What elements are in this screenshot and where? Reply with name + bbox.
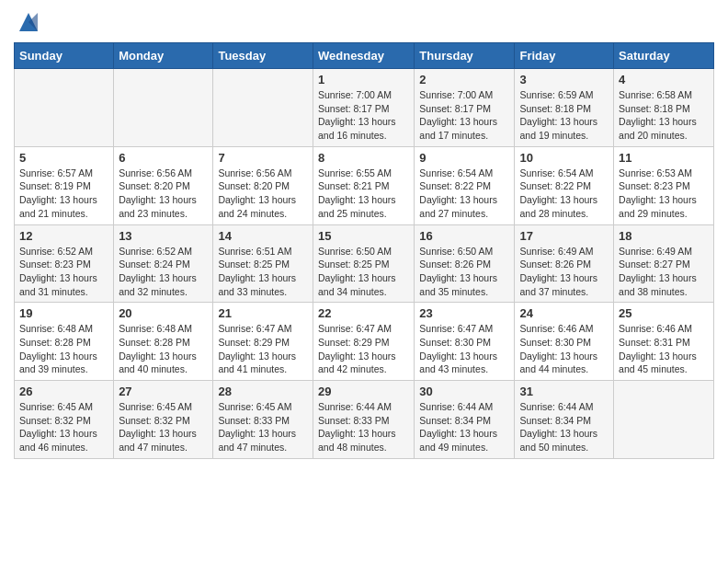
- day-info: Sunrise: 6:49 AM Sunset: 8:26 PM Dayligh…: [519, 245, 609, 299]
- day-info: Sunrise: 6:44 AM Sunset: 8:34 PM Dayligh…: [519, 400, 609, 454]
- day-number: 7: [218, 151, 308, 165]
- day-number: 11: [619, 151, 709, 165]
- day-info: Sunrise: 6:45 AM Sunset: 8:33 PM Dayligh…: [218, 400, 308, 454]
- calendar-cell: 27Sunrise: 6:45 AM Sunset: 8:32 PM Dayli…: [114, 381, 213, 459]
- day-number: 5: [19, 151, 108, 165]
- weekday-header-wednesday: Wednesday: [313, 43, 414, 69]
- weekday-header-saturday: Saturday: [614, 43, 714, 69]
- logo-icon: [16, 9, 41, 35]
- week-row-5: 26Sunrise: 6:45 AM Sunset: 8:32 PM Dayli…: [15, 381, 714, 459]
- day-info: Sunrise: 6:57 AM Sunset: 8:19 PM Dayligh…: [19, 167, 108, 221]
- calendar-cell: 5Sunrise: 6:57 AM Sunset: 8:19 PM Daylig…: [15, 146, 114, 224]
- calendar-cell: 2Sunrise: 7:00 AM Sunset: 8:17 PM Daylig…: [415, 69, 515, 147]
- day-number: 18: [619, 229, 709, 243]
- calendar-cell: 8Sunrise: 6:55 AM Sunset: 8:21 PM Daylig…: [313, 146, 414, 224]
- day-info: Sunrise: 6:49 AM Sunset: 8:27 PM Dayligh…: [619, 245, 709, 299]
- day-number: 20: [119, 306, 208, 320]
- calendar-cell: 18Sunrise: 6:49 AM Sunset: 8:27 PM Dayli…: [614, 224, 714, 303]
- day-info: Sunrise: 6:59 AM Sunset: 8:18 PM Dayligh…: [519, 88, 609, 143]
- calendar-cell: 22Sunrise: 6:47 AM Sunset: 8:29 PM Dayli…: [313, 303, 414, 381]
- day-info: Sunrise: 6:56 AM Sunset: 8:20 PM Dayligh…: [218, 167, 308, 221]
- calendar-cell: 7Sunrise: 6:56 AM Sunset: 8:20 PM Daylig…: [213, 146, 313, 224]
- calendar-cell: 12Sunrise: 6:52 AM Sunset: 8:23 PM Dayli…: [15, 224, 114, 303]
- day-info: Sunrise: 7:00 AM Sunset: 8:17 PM Dayligh…: [419, 88, 509, 143]
- day-info: Sunrise: 6:48 AM Sunset: 8:28 PM Dayligh…: [19, 322, 108, 376]
- calendar-cell: 29Sunrise: 6:44 AM Sunset: 8:33 PM Dayli…: [313, 381, 414, 459]
- day-number: 24: [519, 306, 609, 320]
- day-number: 16: [419, 229, 509, 243]
- page: SundayMondayTuesdayWednesdayThursdayFrid…: [0, 0, 728, 473]
- week-row-3: 12Sunrise: 6:52 AM Sunset: 8:23 PM Dayli…: [15, 224, 714, 303]
- weekday-header-friday: Friday: [515, 43, 614, 69]
- day-number: 8: [318, 151, 409, 165]
- day-number: 17: [519, 229, 609, 243]
- calendar-cell: 14Sunrise: 6:51 AM Sunset: 8:25 PM Dayli…: [213, 224, 313, 303]
- day-number: 3: [519, 73, 609, 86]
- day-info: Sunrise: 6:47 AM Sunset: 8:29 PM Dayligh…: [218, 322, 308, 376]
- day-info: Sunrise: 6:52 AM Sunset: 8:23 PM Dayligh…: [19, 245, 108, 299]
- weekday-header-sunday: Sunday: [15, 43, 114, 69]
- calendar: SundayMondayTuesdayWednesdayThursdayFrid…: [14, 42, 714, 459]
- day-info: Sunrise: 6:46 AM Sunset: 8:31 PM Dayligh…: [619, 322, 709, 376]
- calendar-cell: 25Sunrise: 6:46 AM Sunset: 8:31 PM Dayli…: [614, 303, 714, 381]
- day-number: 15: [318, 229, 409, 243]
- calendar-cell: 1Sunrise: 7:00 AM Sunset: 8:17 PM Daylig…: [313, 69, 414, 147]
- calendar-cell: [213, 69, 313, 147]
- day-info: Sunrise: 6:55 AM Sunset: 8:21 PM Dayligh…: [318, 167, 409, 221]
- calendar-cell: [114, 69, 213, 147]
- calendar-cell: [614, 381, 714, 459]
- calendar-cell: 9Sunrise: 6:54 AM Sunset: 8:22 PM Daylig…: [415, 146, 515, 224]
- weekday-header-monday: Monday: [114, 43, 213, 69]
- day-info: Sunrise: 6:58 AM Sunset: 8:18 PM Dayligh…: [619, 88, 709, 143]
- day-number: 29: [318, 385, 409, 398]
- day-info: Sunrise: 6:53 AM Sunset: 8:23 PM Dayligh…: [619, 167, 709, 221]
- day-info: Sunrise: 6:45 AM Sunset: 8:32 PM Dayligh…: [19, 400, 108, 454]
- calendar-cell: 10Sunrise: 6:54 AM Sunset: 8:22 PM Dayli…: [515, 146, 614, 224]
- logo: [14, 9, 41, 35]
- day-info: Sunrise: 6:44 AM Sunset: 8:34 PM Dayligh…: [419, 400, 509, 454]
- week-row-4: 19Sunrise: 6:48 AM Sunset: 8:28 PM Dayli…: [15, 303, 714, 381]
- day-number: 22: [318, 306, 409, 320]
- day-number: 19: [19, 306, 108, 320]
- day-number: 13: [119, 229, 208, 243]
- week-row-2: 5Sunrise: 6:57 AM Sunset: 8:19 PM Daylig…: [15, 146, 714, 224]
- day-info: Sunrise: 6:52 AM Sunset: 8:24 PM Dayligh…: [119, 245, 208, 299]
- weekday-header-tuesday: Tuesday: [213, 43, 313, 69]
- calendar-cell: 20Sunrise: 6:48 AM Sunset: 8:28 PM Dayli…: [114, 303, 213, 381]
- calendar-cell: [15, 69, 114, 147]
- calendar-cell: 26Sunrise: 6:45 AM Sunset: 8:32 PM Dayli…: [15, 381, 114, 459]
- day-info: Sunrise: 7:00 AM Sunset: 8:17 PM Dayligh…: [318, 88, 409, 143]
- day-number: 27: [119, 385, 208, 398]
- day-info: Sunrise: 6:48 AM Sunset: 8:28 PM Dayligh…: [119, 322, 208, 376]
- header: [14, 9, 714, 35]
- day-info: Sunrise: 6:47 AM Sunset: 8:29 PM Dayligh…: [318, 322, 409, 376]
- calendar-cell: 16Sunrise: 6:50 AM Sunset: 8:26 PM Dayli…: [415, 224, 515, 303]
- calendar-cell: 21Sunrise: 6:47 AM Sunset: 8:29 PM Dayli…: [213, 303, 313, 381]
- calendar-cell: 13Sunrise: 6:52 AM Sunset: 8:24 PM Dayli…: [114, 224, 213, 303]
- day-number: 9: [419, 151, 509, 165]
- day-info: Sunrise: 6:51 AM Sunset: 8:25 PM Dayligh…: [218, 245, 308, 299]
- day-number: 26: [19, 385, 108, 398]
- day-info: Sunrise: 6:45 AM Sunset: 8:32 PM Dayligh…: [119, 400, 208, 454]
- calendar-cell: 11Sunrise: 6:53 AM Sunset: 8:23 PM Dayli…: [614, 146, 714, 224]
- day-number: 21: [218, 306, 308, 320]
- day-info: Sunrise: 6:46 AM Sunset: 8:30 PM Dayligh…: [519, 322, 609, 376]
- day-number: 28: [218, 385, 308, 398]
- day-number: 23: [419, 306, 509, 320]
- calendar-cell: 4Sunrise: 6:58 AM Sunset: 8:18 PM Daylig…: [614, 69, 714, 147]
- calendar-cell: 24Sunrise: 6:46 AM Sunset: 8:30 PM Dayli…: [515, 303, 614, 381]
- calendar-cell: 28Sunrise: 6:45 AM Sunset: 8:33 PM Dayli…: [213, 381, 313, 459]
- day-info: Sunrise: 6:50 AM Sunset: 8:26 PM Dayligh…: [419, 245, 509, 299]
- day-info: Sunrise: 6:54 AM Sunset: 8:22 PM Dayligh…: [519, 167, 609, 221]
- day-number: 30: [419, 385, 509, 398]
- day-number: 31: [519, 385, 609, 398]
- calendar-cell: 3Sunrise: 6:59 AM Sunset: 8:18 PM Daylig…: [515, 69, 614, 147]
- weekday-header-row: SundayMondayTuesdayWednesdayThursdayFrid…: [15, 43, 714, 69]
- day-number: 2: [419, 73, 509, 86]
- day-info: Sunrise: 6:54 AM Sunset: 8:22 PM Dayligh…: [419, 167, 509, 221]
- day-number: 1: [318, 73, 409, 86]
- day-number: 25: [619, 306, 709, 320]
- calendar-cell: 31Sunrise: 6:44 AM Sunset: 8:34 PM Dayli…: [515, 381, 614, 459]
- day-number: 14: [218, 229, 308, 243]
- calendar-cell: 30Sunrise: 6:44 AM Sunset: 8:34 PM Dayli…: [415, 381, 515, 459]
